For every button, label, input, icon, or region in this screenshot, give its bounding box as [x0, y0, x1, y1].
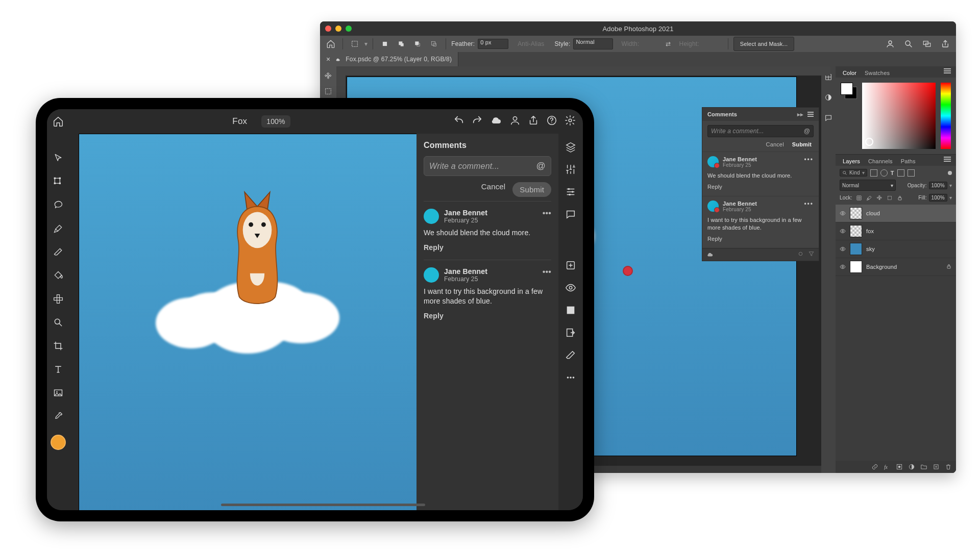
more-icon[interactable] — [564, 370, 578, 385]
submit-button[interactable]: Submit — [792, 141, 812, 147]
settings-icon[interactable] — [565, 115, 576, 128]
new-layer-icon[interactable] — [933, 463, 940, 470]
help-icon[interactable] — [546, 115, 557, 128]
dock-comments-icon[interactable] — [822, 111, 835, 124]
filter-smart-icon[interactable] — [908, 169, 915, 177]
cancel-button[interactable]: Cancel — [481, 182, 506, 197]
filter-pixel-icon[interactable] — [870, 169, 877, 177]
blend-mode-select[interactable]: Normal▾ — [840, 180, 896, 191]
filter-shape-icon[interactable] — [897, 169, 904, 177]
reply-button[interactable]: Reply — [424, 312, 551, 320]
share-icon[interactable] — [528, 115, 539, 128]
visibility-icon[interactable] — [840, 264, 846, 270]
lock-pixels-icon[interactable] — [866, 194, 873, 202]
invite-icon[interactable] — [509, 115, 521, 128]
collapse-icon[interactable]: ▸▸ — [797, 111, 803, 118]
sliders-icon[interactable] — [564, 185, 578, 199]
fill-tool-icon[interactable] — [51, 268, 65, 283]
layer-style-icon[interactable] — [884, 463, 891, 470]
lock-position-icon[interactable] — [876, 194, 883, 202]
intersect-selection-icon[interactable] — [427, 37, 440, 51]
reply-button[interactable]: Reply — [707, 236, 814, 242]
panel-menu-icon[interactable] — [807, 112, 814, 117]
filter-toggle-icon[interactable] — [948, 171, 952, 175]
subtract-selection-icon[interactable] — [411, 37, 424, 51]
visibility-icon[interactable] — [564, 281, 578, 295]
layer-item[interactable]: cloud — [836, 205, 956, 222]
tab-channels[interactable]: Channels — [866, 157, 895, 166]
layer-kind-filter[interactable]: Kind ▾ — [840, 169, 867, 177]
marquee-icon[interactable] — [348, 37, 361, 51]
type-tool-icon[interactable] — [51, 362, 65, 377]
layers-icon[interactable] — [564, 140, 578, 154]
home-icon[interactable] — [324, 37, 337, 51]
tab-layers[interactable]: Layers — [841, 157, 862, 166]
opacity-value[interactable]: 100% — [929, 182, 947, 189]
comment-item[interactable]: Jane Bennet February 25 ••• I want to tr… — [424, 260, 551, 328]
marquee-tool-icon[interactable] — [322, 85, 335, 98]
comments-icon[interactable] — [564, 207, 578, 221]
home-indicator[interactable] — [221, 504, 425, 506]
traffic-lights[interactable] — [325, 26, 352, 32]
eyedropper-tool-icon[interactable] — [51, 409, 65, 423]
ipad-canvas[interactable] — [79, 134, 427, 510]
hue-slider[interactable] — [941, 83, 951, 149]
comment-input[interactable]: Write a comment... @ — [424, 156, 551, 176]
home-icon[interactable] — [51, 114, 65, 129]
foreground-color-swatch[interactable] — [51, 435, 66, 450]
comment-pin-icon[interactable] — [623, 266, 633, 276]
layer-properties-icon[interactable] — [564, 162, 578, 177]
pointer-tool-icon[interactable] — [51, 151, 65, 165]
cancel-button[interactable]: Cancel — [766, 141, 784, 147]
fgbg-swatch[interactable] — [841, 83, 857, 99]
layer-mask-icon[interactable] — [896, 463, 903, 470]
tab-close-icon[interactable]: × — [326, 55, 330, 63]
mention-icon[interactable]: @ — [804, 128, 810, 135]
layer-item[interactable]: fox — [836, 222, 956, 240]
edge-brush-icon[interactable] — [564, 348, 578, 362]
zoom-icon[interactable] — [346, 26, 352, 32]
mention-icon[interactable]: @ — [536, 161, 546, 171]
comment-item[interactable]: Jane Bennet February 25 ••• We should bl… — [424, 201, 551, 260]
comment-input[interactable]: Write a comment... @ — [707, 125, 814, 137]
comment-item[interactable]: Jane Bennet February 25 ••• We should bl… — [702, 152, 819, 196]
crop-tool-icon[interactable] — [51, 339, 65, 353]
visibility-icon[interactable] — [840, 210, 846, 216]
reply-button[interactable]: Reply — [707, 184, 814, 190]
filter-type-icon[interactable]: T — [891, 170, 894, 176]
fill-value[interactable]: 100% — [929, 194, 947, 202]
tab-swatches[interactable]: Swatches — [863, 68, 892, 78]
workspace-icon[interactable] — [920, 37, 934, 51]
import-icon[interactable] — [564, 325, 578, 340]
reply-button[interactable]: Reply — [424, 243, 551, 252]
dock-adjust-icon[interactable] — [822, 91, 835, 104]
comment-menu-icon[interactable]: ••• — [804, 156, 814, 163]
comment-item[interactable]: Jane Bennet February 25 ••• I want to tr… — [702, 196, 819, 248]
tab-paths[interactable]: Paths — [899, 157, 918, 166]
filter-icon[interactable] — [808, 251, 815, 259]
submit-button[interactable]: Submit — [512, 182, 551, 197]
select-and-mask-button[interactable]: Select and Mask... — [733, 37, 794, 51]
layer-item[interactable]: sky — [836, 240, 956, 258]
visibility-icon[interactable] — [840, 228, 846, 234]
link-layers-icon[interactable] — [871, 463, 878, 470]
place-image-icon[interactable] — [51, 386, 65, 400]
filter-adjust-icon[interactable] — [880, 169, 888, 177]
minimize-icon[interactable] — [335, 26, 341, 32]
color-field[interactable] — [862, 83, 936, 149]
brush-tool-icon[interactable] — [51, 221, 65, 236]
tab-color[interactable]: Color — [841, 68, 859, 78]
eraser-tool-icon[interactable] — [51, 245, 65, 259]
lock-artboard-icon[interactable] — [886, 194, 893, 202]
redo-icon[interactable] — [472, 115, 483, 128]
comment-menu-icon[interactable]: ••• — [804, 201, 814, 208]
comment-pin-icon[interactable] — [797, 251, 804, 259]
undo-icon[interactable] — [453, 115, 464, 128]
panel-menu-icon[interactable] — [944, 157, 951, 162]
cloud-sync-icon[interactable] — [490, 114, 502, 129]
add-selection-icon[interactable] — [395, 37, 408, 51]
fullscreen-icon[interactable] — [564, 303, 578, 317]
lock-all-icon[interactable] — [896, 194, 903, 202]
cloud-user-icon[interactable] — [884, 37, 897, 51]
zoom-tool-icon[interactable] — [51, 315, 65, 330]
